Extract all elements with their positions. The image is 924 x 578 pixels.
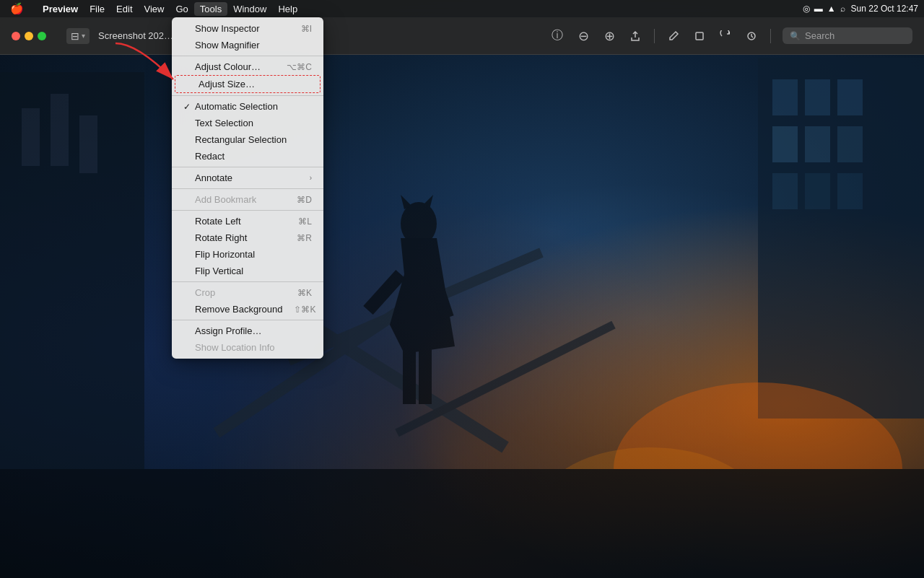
menubar-help[interactable]: Help <box>272 2 303 16</box>
menu-flip-horizontal[interactable]: Flip Horizontal <box>172 246 323 263</box>
search-menu-icon[interactable]: ⌕ <box>840 4 845 14</box>
menu-redact[interactable]: Redact <box>172 148 323 165</box>
menubar-preview[interactable]: Preview <box>37 2 84 16</box>
traffic-lights <box>12 32 46 40</box>
menu-assign-profile[interactable]: Assign Profile… <box>172 323 323 339</box>
toolbar-actions: ⓘ ⊖ ⊕ <box>550 27 912 44</box>
menubar-window[interactable]: Window <box>227 2 272 16</box>
markup-icon[interactable] <box>744 29 759 43</box>
svg-rect-5 <box>772 79 798 115</box>
menu-separator-2 <box>172 95 323 96</box>
menubar: 🍎 Preview File Edit View Go Tools Window… <box>0 0 924 17</box>
svg-rect-10 <box>837 126 863 162</box>
pen-tool-icon[interactable] <box>666 29 681 43</box>
menu-adjust-colour[interactable]: Adjust Colour… ⌥⌘C <box>172 58 323 75</box>
svg-rect-29 <box>696 32 703 40</box>
sidebar-chevron-icon: ▾ <box>82 32 85 40</box>
svg-rect-2 <box>51 94 69 166</box>
menu-show-location-info: Show Location Info <box>172 339 323 356</box>
menu-flip-vertical[interactable]: Flip Vertical <box>172 263 323 279</box>
menu-text-selection[interactable]: Text Selection <box>172 115 323 131</box>
wifi-signal-icon: ▲ <box>827 4 836 14</box>
window-toolbar: ⊟ ▾ Screenshot 202… ⓘ ⊖ ⊕ <box>0 17 924 55</box>
toolbar-search[interactable]: 🔍 Search <box>783 27 912 44</box>
menubar-tools[interactable]: Tools <box>194 2 227 16</box>
toolbar-divider-1 <box>654 29 655 43</box>
svg-rect-16 <box>0 469 924 578</box>
close-button[interactable] <box>12 32 20 40</box>
menu-automatic-selection[interactable]: ✓ Automatic Selection <box>172 98 323 115</box>
menu-crop: Crop ⌘K <box>172 284 323 301</box>
window-title: Screenshot 202… <box>98 30 173 41</box>
apple-menu[interactable]: 🍎 <box>6 2 28 15</box>
svg-rect-28 <box>419 346 432 404</box>
svg-rect-9 <box>805 126 830 162</box>
zoom-out-icon[interactable]: ⊖ <box>576 29 590 43</box>
menubar-go[interactable]: Go <box>170 2 193 16</box>
menu-rectangular-selection[interactable]: Rectangular Selection <box>172 131 323 148</box>
menu-separator-1 <box>172 56 323 56</box>
svg-rect-1 <box>22 108 40 166</box>
svg-rect-13 <box>837 173 863 209</box>
menubar-right: ◎ ▬ ▲ ⌕ Sun 22 Oct 12:47 <box>803 4 918 14</box>
battery-icon: ▬ <box>814 4 823 14</box>
menu-remove-background[interactable]: Remove Background ⇧⌘K <box>172 301 323 318</box>
svg-rect-27 <box>403 346 416 404</box>
svg-rect-8 <box>772 126 798 162</box>
toolbar-divider-2 <box>770 29 771 43</box>
menu-separator-7 <box>172 320 323 320</box>
menu-annotate[interactable]: Annotate › <box>172 170 323 186</box>
svg-rect-12 <box>805 173 830 209</box>
zoom-in-icon[interactable]: ⊕ <box>602 29 616 43</box>
search-placeholder: Search <box>805 30 834 41</box>
menubar-edit[interactable]: Edit <box>110 2 138 16</box>
menu-add-bookmark: Add Bookmark ⌘D <box>172 191 323 208</box>
menu-separator-4 <box>172 188 323 189</box>
datetime-label: Sun 22 Oct 12:47 <box>851 4 918 14</box>
rotate-icon[interactable] <box>718 29 733 43</box>
menu-rotate-right[interactable]: Rotate Right ⌘R <box>172 229 323 246</box>
menu-rotate-left[interactable]: Rotate Left ⌘L <box>172 213 323 229</box>
menubar-view[interactable]: View <box>139 2 170 16</box>
svg-rect-6 <box>805 79 830 115</box>
wifi-icon: ◎ <box>803 4 810 14</box>
svg-rect-11 <box>772 173 798 209</box>
menu-separator-5 <box>172 210 323 211</box>
menubar-file[interactable]: File <box>84 2 110 16</box>
sidebar-icon: ⊟ <box>71 30 79 42</box>
tools-dropdown-menu: Show Inspector ⌘I Show Magnifier Adjust … <box>172 17 323 359</box>
background-image <box>0 0 924 578</box>
minimize-button[interactable] <box>25 32 33 40</box>
sidebar-toggle[interactable]: ⊟ ▾ <box>66 28 90 44</box>
menu-adjust-size[interactable]: Adjust Size… <box>175 75 321 93</box>
maximize-button[interactable] <box>38 32 46 40</box>
menu-separator-3 <box>172 167 323 167</box>
share-icon[interactable] <box>628 29 642 43</box>
status-icons: ◎ ▬ ▲ ⌕ <box>803 4 845 14</box>
menu-separator-6 <box>172 281 323 282</box>
menu-show-inspector[interactable]: Show Inspector ⌘I <box>172 20 323 37</box>
crop-icon[interactable] <box>692 29 707 43</box>
search-icon: 🔍 <box>790 31 801 41</box>
menu-show-magnifier[interactable]: Show Magnifier <box>172 37 323 53</box>
info-icon[interactable]: ⓘ <box>550 29 565 43</box>
svg-rect-7 <box>837 79 863 115</box>
submenu-arrow-icon: › <box>310 174 312 182</box>
svg-rect-3 <box>79 115 97 173</box>
